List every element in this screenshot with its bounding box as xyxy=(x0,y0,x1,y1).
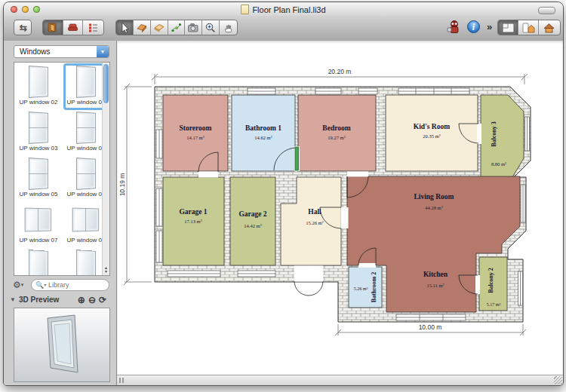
list-item[interactable]: UP window 07 xyxy=(17,202,60,247)
view-3d-button[interactable] xyxy=(539,20,559,35)
splitter-grip-icon[interactable] xyxy=(119,378,125,383)
room-label: Bathroom 1 xyxy=(245,124,281,132)
sofa-icon xyxy=(67,22,78,33)
room-area: 5.17 m² xyxy=(487,302,501,307)
window-thumbnail xyxy=(17,110,60,145)
list-item[interactable]: UP window 02 xyxy=(17,64,60,109)
library-sidebar: Windows ▼ UP window 02 UP window 02 UP w… xyxy=(4,41,117,385)
list-item[interactable]: UP window 05 xyxy=(17,156,60,201)
room-bathroom-2[interactable]: Bathroom 2 5.26 m² xyxy=(349,267,382,308)
disclosure-triangle-icon[interactable]: ▼ xyxy=(10,296,16,303)
room-label: Living Room xyxy=(414,193,454,201)
room-label: Garage 2 xyxy=(238,210,266,218)
document-icon xyxy=(241,5,249,14)
room-area: 14.17 m² xyxy=(186,135,204,140)
room-label: Bedroom xyxy=(322,124,350,132)
category-dropdown[interactable]: Windows ▼ xyxy=(14,45,109,58)
list-item-label: UP window 05 xyxy=(14,191,63,198)
room-label: Balcony 2 xyxy=(488,268,494,293)
view-2d-3d-button[interactable] xyxy=(518,20,539,35)
library-mode-segment xyxy=(42,20,104,35)
tools-segment xyxy=(115,20,238,35)
list-item[interactable] xyxy=(17,248,60,276)
room-bathroom-1[interactable]: Bathroom 1 14.62 m² xyxy=(232,95,295,171)
hand-icon xyxy=(223,22,234,34)
dim-left: 10.19 m xyxy=(118,173,126,197)
room-area: 8.80 m² xyxy=(491,161,506,167)
scroll-arrows-icon[interactable]: ▲▼ xyxy=(103,266,109,274)
room-area: 44.28 m² xyxy=(425,205,442,210)
preview-3d-panel[interactable] xyxy=(14,308,110,382)
wall-tool-button[interactable] xyxy=(134,20,151,35)
list-scrollbar-thumb[interactable] xyxy=(103,64,109,103)
room-bedroom[interactable]: Bedroom 19.27 m² xyxy=(298,95,376,171)
library-search-row: ⚙▾ 🔍▾ xyxy=(4,279,117,294)
doors-library-button[interactable] xyxy=(43,20,63,35)
floor-plan: Storeroom 14.17 m² Bathroom 1 14.62 m² B… xyxy=(118,45,564,373)
room-area: 14.42 m² xyxy=(244,223,261,228)
select-tool-button[interactable] xyxy=(116,20,134,35)
list-item[interactable]: UP window 03 xyxy=(17,110,60,155)
zoom-tool-button[interactable] xyxy=(202,20,220,35)
kitchen-area: 15.11 m² xyxy=(426,283,444,288)
room-label: Storeroom xyxy=(180,124,212,132)
selected-door xyxy=(295,147,299,170)
magnifier-plus-icon xyxy=(205,22,217,34)
plan-2d-icon xyxy=(502,23,515,33)
wall-icon xyxy=(136,22,148,33)
room-area: 17.13 m² xyxy=(184,219,201,224)
door-icon xyxy=(47,22,58,33)
double-arrow-icon: ⇆ xyxy=(20,23,26,33)
room-label: Bathroom 2 xyxy=(371,272,377,303)
pointer-icon xyxy=(118,21,130,34)
house-3d-icon xyxy=(543,23,555,33)
spline-tool-button[interactable] xyxy=(168,20,186,35)
inspector-list-button[interactable] xyxy=(83,20,103,35)
view-mode-segment xyxy=(497,20,561,35)
dim-top: 20.20 m xyxy=(328,68,352,75)
room-area: 5.26 m² xyxy=(354,286,368,291)
room-label: Hall xyxy=(308,208,321,216)
view-2d-plan-button[interactable] xyxy=(498,20,518,35)
camera-icon xyxy=(187,22,199,33)
elevation-house-icon xyxy=(522,23,535,33)
room-label: Garage 1 xyxy=(179,208,207,216)
room-area: 19.27 m² xyxy=(328,135,345,140)
list-item-label: UP window 03 xyxy=(14,145,63,152)
kitchen-label: Kitchen xyxy=(423,271,448,278)
list-item-label: UP window 02 xyxy=(14,99,63,106)
furniture-library-button[interactable] xyxy=(63,20,84,35)
preview-window-render xyxy=(32,312,91,378)
list-item-label: UP window 07 xyxy=(14,237,63,243)
preview-zoom-controls[interactable]: ⊕⊖⟳ xyxy=(78,295,109,305)
toolbar-toggle-button[interactable] xyxy=(538,7,555,14)
app-window: Floor Plan Final.li3d ⇆ xyxy=(3,2,564,386)
room-garage-2[interactable]: Garage 2 14.42 m² xyxy=(230,177,275,265)
title-bar[interactable]: Floor Plan Final.li3d xyxy=(4,2,563,16)
window-thumbnail xyxy=(17,248,60,276)
camera-tool-button[interactable] xyxy=(185,20,202,35)
room-kids-room[interactable]: Kid's Room 20.35 m² xyxy=(386,95,478,171)
pan-tool-button[interactable] xyxy=(220,20,237,35)
window-resize-grip[interactable] xyxy=(554,376,562,384)
toolbar: ⇆ xyxy=(4,16,563,41)
list-icon xyxy=(88,22,99,33)
window-title: Floor Plan Final.li3d xyxy=(252,5,325,14)
floor-tool-button[interactable] xyxy=(151,20,168,35)
list-scrollbar[interactable]: ▲▼ xyxy=(102,63,109,275)
info-button[interactable]: i xyxy=(467,20,480,33)
plan-canvas[interactable]: Storeroom 14.17 m² Bathroom 1 14.62 m² B… xyxy=(117,41,563,375)
dim-bottom: 10.00 m xyxy=(419,323,442,331)
character-icon[interactable] xyxy=(444,19,463,36)
horizontal-scrollbar[interactable] xyxy=(117,375,563,385)
preview-header: ▼ 3D Preview ⊕⊖⟳ xyxy=(4,295,117,307)
room-area: 15.26 m² xyxy=(306,220,323,225)
room-balcony-2[interactable]: Balcony 2 5.17 m² xyxy=(479,257,507,311)
room-label: Balcony 3 xyxy=(491,121,497,147)
collapse-sidebar-button[interactable]: ⇆ xyxy=(14,20,32,35)
gear-icon[interactable]: ⚙▾ xyxy=(13,280,23,290)
toolbar-overflow-chevron[interactable]: » xyxy=(487,21,492,32)
room-garage-1[interactable]: Garage 1 17.13 m² xyxy=(163,177,224,265)
window-thumbnail xyxy=(17,64,60,99)
window-title-wrap: Floor Plan Final.li3d xyxy=(4,5,563,14)
